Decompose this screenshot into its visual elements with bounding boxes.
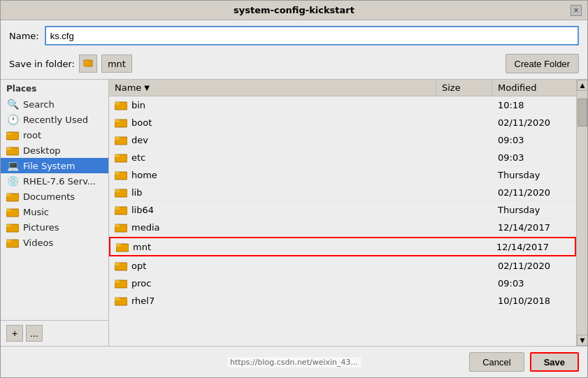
file-modified-cell: 12/14/2017	[492, 221, 576, 234]
scroll-up-button[interactable]: ▲	[577, 80, 587, 91]
sidebar-item-pictures[interactable]: Pictures	[1, 219, 108, 235]
table-row[interactable]: home Thursday	[109, 166, 576, 184]
svg-rect-23	[115, 172, 120, 175]
column-header-size[interactable]: Size	[436, 80, 492, 96]
sidebar-item-videos[interactable]: Videos	[1, 235, 108, 250]
sort-arrow-icon: ▼	[144, 84, 150, 92]
folder-icon	[115, 260, 127, 271]
svg-rect-37	[115, 298, 120, 300]
sidebar-item-documents-label: Documents	[23, 191, 75, 202]
table-row-mnt[interactable]: mnt 12/14/2017	[109, 237, 576, 256]
file-modified-cell: Thursday	[492, 203, 576, 217]
file-table-header: Name ▼ Size Modified	[109, 80, 576, 96]
create-folder-button[interactable]: Create Folder	[505, 54, 579, 73]
sidebar-item-root[interactable]: root	[1, 127, 108, 143]
sidebar-item-rhel[interactable]: 💿 RHEL-7.6 Serv...	[1, 173, 108, 189]
file-modified-cell: 09:03	[492, 277, 576, 290]
file-name-cell: mnt	[110, 240, 435, 254]
main-area: Places 🔍 Search 🕐 Recently Used root Des…	[1, 79, 587, 346]
file-name-cell: boot	[109, 115, 436, 129]
file-modified-cell: 10:18	[492, 99, 576, 112]
current-folder-name: mnt	[101, 54, 132, 73]
scroll-track[interactable]	[577, 91, 587, 335]
folder-icon	[115, 204, 127, 215]
svg-rect-19	[115, 137, 120, 140]
file-name-cell: lib64	[109, 203, 436, 217]
svg-rect-25	[115, 189, 120, 192]
file-size-cell	[435, 245, 491, 248]
file-panel: Name ▼ Size Modified bin	[109, 80, 576, 346]
file-size-cell	[436, 299, 492, 302]
svg-rect-15	[115, 102, 120, 105]
sidebar-item-search[interactable]: 🔍 Search	[1, 96, 108, 112]
folder-icon-music	[6, 206, 19, 217]
file-name-cell: bin	[109, 98, 436, 112]
add-bookmark-button[interactable]: +	[6, 325, 23, 342]
file-name-cell: etc	[109, 150, 436, 164]
up-arrow-icon	[83, 59, 93, 68]
table-row[interactable]: media 12/14/2017	[109, 219, 576, 236]
sidebar-item-recently-used[interactable]: 🕐 Recently Used	[1, 112, 108, 127]
scrollbar[interactable]: ▲ ▼	[576, 80, 587, 346]
svg-rect-1	[84, 61, 87, 66]
folder-icon	[115, 295, 127, 306]
table-row[interactable]: rhel7 10/10/2018	[109, 292, 576, 310]
file-modified-cell: 02/11/2020	[492, 259, 576, 272]
sidebar-item-desktop[interactable]: Desktop	[1, 143, 108, 158]
sidebar-item-documents[interactable]: Documents	[1, 189, 108, 204]
folder-icon	[115, 277, 127, 289]
titlebar: system-config-kickstart ×	[1, 1, 587, 20]
sidebar-item-rhel-label: RHEL-7.6 Serv...	[23, 176, 96, 187]
file-modified-cell: 12/14/2017	[491, 240, 575, 254]
more-bookmarks-button[interactable]: ...	[26, 325, 43, 342]
search-icon: 🔍	[6, 99, 19, 110]
scroll-down-button[interactable]: ▼	[577, 335, 587, 346]
sidebar-item-file-system[interactable]: 💻 File System	[1, 158, 108, 173]
clock-icon: 🕐	[6, 114, 19, 125]
table-row[interactable]: bin 10:18	[109, 96, 576, 114]
folder-label: Save in folder:	[9, 59, 75, 69]
name-input[interactable]	[45, 26, 579, 45]
file-name-cell: proc	[109, 276, 436, 290]
sidebar-item-file-system-label: File System	[23, 161, 75, 171]
svg-rect-31	[116, 244, 121, 247]
table-row[interactable]: opt 02/11/2020	[109, 257, 576, 275]
folder-icon	[116, 241, 129, 252]
sidebar-header: Places	[1, 80, 108, 96]
svg-rect-27	[115, 207, 120, 210]
folder-icon	[115, 152, 127, 163]
save-button[interactable]: Save	[530, 352, 579, 372]
file-name-cell: media	[109, 220, 436, 234]
dialog-title: system-config-kickstart	[17, 5, 571, 15]
file-list: bin 10:18 boot 02/11/2020	[109, 96, 576, 346]
file-size-cell	[436, 173, 492, 176]
folder-icon-documents	[6, 191, 19, 202]
folder-icon-root	[6, 129, 19, 140]
table-row[interactable]: lib 02/11/2020	[109, 184, 576, 201]
sidebar-item-music-label: Music	[23, 207, 49, 217]
table-row[interactable]: boot 02/11/2020	[109, 114, 576, 131]
file-size-cell	[436, 191, 492, 194]
svg-rect-7	[6, 194, 11, 196]
table-row[interactable]: dev 09:03	[109, 131, 576, 149]
column-header-name[interactable]: Name ▼	[109, 80, 436, 96]
watermark: https://blog.csdn.net/weixin_43...	[227, 357, 361, 368]
sidebar-item-root-label: root	[23, 130, 41, 140]
action-bar: https://blog.csdn.net/weixin_43... Cance…	[1, 346, 587, 377]
cancel-button[interactable]: Cancel	[469, 352, 524, 372]
file-size-cell	[436, 282, 492, 284]
table-row[interactable]: etc 09:03	[109, 149, 576, 166]
folder-up-button[interactable]	[79, 54, 97, 73]
folder-icon-pictures	[6, 221, 19, 233]
scroll-thumb[interactable]	[578, 99, 587, 126]
sidebar-item-music[interactable]: Music	[1, 204, 108, 219]
folder-icon	[115, 117, 127, 128]
table-row[interactable]: lib64 Thursday	[109, 201, 576, 219]
file-name-cell: rhel7	[109, 293, 436, 307]
file-size-cell	[436, 208, 492, 211]
table-row[interactable]: proc 09:03	[109, 275, 576, 292]
folder-icon	[115, 187, 127, 198]
column-header-modified[interactable]: Modified	[492, 80, 576, 96]
disc-icon: 💿	[6, 175, 19, 187]
close-button[interactable]: ×	[571, 5, 582, 16]
